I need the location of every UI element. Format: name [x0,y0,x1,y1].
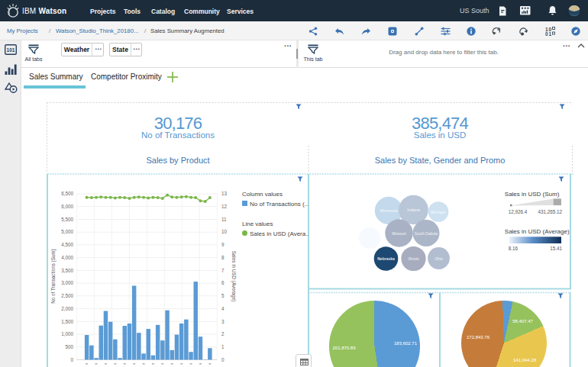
svg-text:Column values: Column values [242,191,283,198]
svg-text:1,500: 1,500 [61,319,73,324]
svg-text:0: 0 [70,357,73,362]
svg-text:15.41: 15.41 [550,246,562,251]
svg-text:431,265.12: 431,265.12 [538,209,562,214]
svg-text:6: 6 [221,280,225,285]
svg-text:No of Transactions (...: No of Transactions (... [250,201,309,208]
svg-text:0: 0 [221,357,225,362]
svg-text:Line values: Line values [242,221,273,227]
svg-text:2,500: 2,500 [61,293,73,298]
svg-text:Ohio: Ohio [435,256,443,261]
svg-text:Missouri: Missouri [392,231,406,236]
svg-text:0: 0 [545,31,548,36]
svg-text:6,500: 6,500 [61,191,73,196]
svg-text:7: 7 [221,268,225,273]
svg-text:101: 101 [7,47,15,53]
svg-text:6,000: 6,000 [61,204,73,209]
svg-text:8.16: 8.16 [509,246,519,251]
svg-text:2,000: 2,000 [61,306,73,311]
svg-text:5: 5 [221,293,225,298]
svg-text:Nebraska: Nebraska [377,256,395,261]
svg-text:4,000: 4,000 [61,255,73,260]
svg-text:Michigan: Michigan [431,210,446,214]
svg-text:8: 8 [221,255,225,260]
svg-text:12,926.4: 12,926.4 [509,209,528,214]
svg-text:Sales in USD (Sum): Sales in USD (Sum) [505,191,560,198]
svg-text:5,000: 5,000 [61,229,73,234]
svg-text:1: 1 [221,344,225,349]
svg-text:500: 500 [65,344,73,349]
svg-text:Sales in USD (Average): Sales in USD (Average) [231,251,237,302]
svg-text:South Dakota: South Dakota [415,231,438,236]
svg-text:4: 4 [221,306,225,311]
svg-text:5,500: 5,500 [61,217,73,222]
svg-text:4,500: 4,500 [61,242,73,247]
svg-text:No of Transactions (Sum): No of Transactions (Sum) [50,249,57,303]
svg-text:Indiana: Indiana [407,208,420,212]
svg-text:12: 12 [221,204,228,209]
svg-text:13: 13 [221,191,228,196]
svg-text:1,000: 1,000 [61,331,73,336]
svg-text:3,000: 3,000 [61,280,73,285]
svg-text:Minnesota: Minnesota [380,208,397,213]
svg-text:2: 2 [221,331,225,336]
svg-text:11: 11 [221,217,227,222]
svg-text:Illinois: Illinois [409,256,419,261]
svg-text:Sales in USD (Avera...: Sales in USD (Avera... [250,230,309,237]
svg-text:3: 3 [221,319,225,324]
svg-text:1: 1 [549,31,552,36]
svg-text:10: 10 [221,229,228,234]
svg-text:9: 9 [221,242,225,247]
svg-text:Sales in USD (Average): Sales in USD (Average) [505,228,570,235]
svg-text:3,500: 3,500 [61,268,73,273]
